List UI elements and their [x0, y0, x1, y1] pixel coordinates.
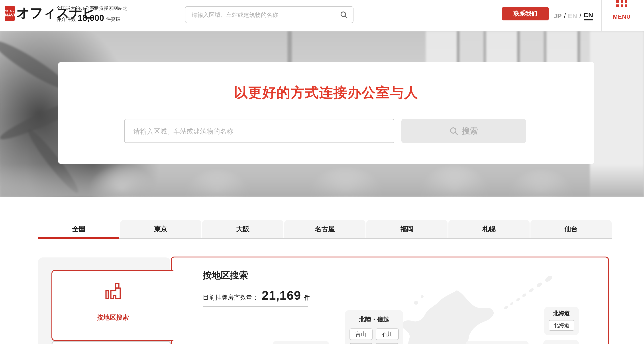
listing-count-label: 目前挂牌房产数量： — [203, 294, 258, 302]
tagline-count-prefix: 仲介件数 — [56, 16, 76, 23]
tab-zenkoku[interactable]: 全国 — [38, 220, 119, 238]
sidebar-item-partial[interactable] — [52, 341, 171, 344]
tagline-line2: 仲介件数 18,000 件突破 — [56, 13, 132, 23]
tagline-count: 18,000 — [78, 13, 104, 23]
language-switcher: JP / EN / CN — [554, 0, 593, 31]
page: OFFICE NAVI オフィスナビ® 全国最大的办公室租赁搜索网站之一 仲介件… — [0, 0, 644, 344]
hero-search-input[interactable] — [124, 119, 394, 143]
tab-osaka[interactable]: 大阪 — [202, 220, 284, 238]
panel-heading: 按地区搜索 — [203, 269, 248, 281]
lang-jp[interactable]: JP — [554, 12, 562, 19]
tagline-line1: 全国最大的办公室租赁搜索网站之一 — [56, 5, 132, 12]
header-search-input[interactable] — [186, 11, 340, 18]
sidebar-item-area-search[interactable]: 按地区搜索 — [52, 270, 174, 341]
region-group-partial — [466, 341, 529, 344]
region-group-hokuriku-shinetsu: 北陸・信越 富山 石川 福井 新潟 — [345, 310, 403, 344]
region-group-title: 北陸・信越 — [345, 315, 403, 323]
pref-button-hokkaido[interactable]: 北海道 — [549, 320, 574, 331]
header: OFFICE NAVI オフィスナビ® 全国最大的办公室租赁搜索网站之一 仲介件… — [0, 0, 644, 31]
region-group-hokkaido: 北海道 北海道 — [544, 307, 579, 335]
hero-title: 以更好的方式连接办公室与人 — [58, 84, 594, 102]
hero-search-card: 以更好的方式连接办公室与人 搜索 — [58, 62, 594, 164]
tab-sendai[interactable]: 仙台 — [530, 220, 612, 238]
lang-en[interactable]: EN — [568, 12, 577, 19]
listing-count-value: 21,169 — [262, 288, 301, 303]
menu-button[interactable]: MENU — [610, 0, 634, 31]
logo-box-bottom: NAVI — [5, 13, 15, 17]
japan-map — [396, 275, 555, 344]
pref-button-toyama[interactable]: 富山 — [350, 328, 372, 340]
region-group-partial — [543, 340, 579, 344]
menu-grid-icon — [616, 0, 627, 7]
search-icon[interactable] — [340, 11, 348, 19]
tagline-count-suffix: 件突破 — [106, 16, 121, 23]
count-underline — [203, 306, 308, 307]
pref-button-niigata[interactable]: 新潟 — [376, 343, 399, 344]
area-search-icon — [52, 282, 174, 300]
hero-section: 以更好的方式连接办公室与人 搜索 — [0, 31, 644, 197]
contact-us-button[interactable]: 联系我们 — [502, 7, 549, 21]
area-search-panel: 按地区搜索 目前挂牌房产数量： 21,169 件 — [171, 256, 609, 344]
pref-button-ishikawa[interactable]: 石川 — [376, 328, 399, 340]
lang-separator: / — [564, 12, 566, 19]
lang-separator: / — [580, 12, 581, 19]
tab-tokyo[interactable]: 東京 — [120, 220, 201, 238]
hero-search-button-label: 搜索 — [462, 126, 478, 136]
tab-sapporo[interactable]: 札幌 — [448, 220, 530, 238]
region-group-title: 北海道 — [544, 310, 579, 317]
city-tabs: 全国 東京 大阪 名古屋 福岡 札幌 仙台 — [38, 220, 612, 239]
sidebar-item-label: 按地区搜索 — [52, 313, 174, 322]
tagline: 全国最大的办公室租赁搜索网站之一 仲介件数 18,000 件突破 — [56, 5, 132, 23]
tab-nagoya[interactable]: 名古屋 — [284, 220, 366, 238]
pref-button-fukui[interactable]: 福井 — [350, 343, 372, 344]
prefecture-grid: 富山 石川 福井 新潟 — [350, 328, 399, 344]
region-group-partial — [273, 341, 329, 344]
search-icon — [450, 127, 458, 135]
hero-search-button[interactable]: 搜索 — [402, 119, 526, 143]
lang-cn-active[interactable]: CN — [584, 11, 593, 20]
listing-count: 目前挂牌房产数量： 21,169 件 — [203, 288, 310, 303]
menu-label: MENU — [610, 13, 634, 20]
header-search — [185, 6, 354, 23]
logo-box-top: OFFICE — [5, 9, 15, 12]
logo[interactable]: OFFICE NAVI — [5, 6, 15, 21]
tab-fukuoka[interactable]: 福岡 — [366, 220, 448, 238]
tabs-underline — [38, 238, 612, 239]
header-divider — [602, 0, 602, 31]
listing-count-unit: 件 — [304, 294, 310, 302]
